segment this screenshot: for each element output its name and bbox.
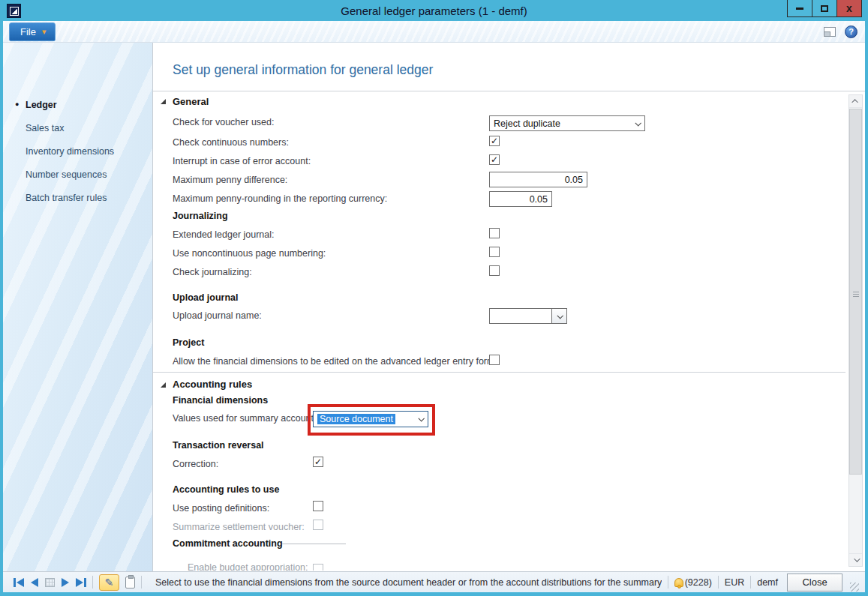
separator xyxy=(141,576,142,589)
sidebar-item-label: Inventory dimensions xyxy=(26,146,114,157)
notification-bell-icon[interactable] xyxy=(674,578,683,587)
file-menu-label: File xyxy=(20,26,36,37)
sidebar-item-label: Number sequences xyxy=(26,169,107,180)
chevron-up-icon xyxy=(851,99,857,105)
maximize-icon xyxy=(821,5,828,12)
chevron-down-icon xyxy=(854,556,860,562)
sidebar-item-label: Sales tax xyxy=(26,123,64,133)
chevron-down-icon xyxy=(631,116,644,130)
maximize-button[interactable] xyxy=(812,0,837,17)
extended-journal-label: Extended ledger journal: xyxy=(173,229,275,240)
posting-definitions-checkbox[interactable] xyxy=(313,501,323,511)
allow-dimensions-label: Allow the financial dimensions to be edi… xyxy=(173,356,497,367)
clipboard-icon[interactable] xyxy=(125,577,135,589)
resize-grip[interactable] xyxy=(850,583,859,592)
summarize-settlement-label: Summarize settlement voucher: xyxy=(173,522,305,532)
file-menu-button[interactable]: File ▾ xyxy=(9,22,56,41)
minimize-button[interactable] xyxy=(787,0,812,17)
sidebar-item-inventory-dimensions[interactable]: Inventory dimensions xyxy=(26,146,114,157)
sidebar-item-number-sequences[interactable]: Number sequences xyxy=(26,169,107,180)
scrollbar-thumb[interactable] xyxy=(849,109,862,475)
close-button[interactable]: Close xyxy=(787,574,842,592)
penny-difference-input[interactable] xyxy=(489,172,587,187)
accounting-rules-to-use-header: Accounting rules to use xyxy=(173,484,279,495)
check-icon: ✓ xyxy=(491,136,498,145)
layout-pane-icon[interactable] xyxy=(824,27,836,37)
active-bullet-icon: ● xyxy=(15,100,19,108)
minimize-icon xyxy=(796,7,803,10)
alert-count[interactable]: (9228) xyxy=(685,577,712,588)
sidebar-item-batch-transfer-rules[interactable]: Batch transfer rules xyxy=(26,193,107,203)
section-divider xyxy=(153,372,845,373)
app-window: General ledger parameters (1 - demf) x F… xyxy=(0,0,868,596)
company-indicator[interactable]: demf xyxy=(757,577,778,588)
scroll-up-button[interactable] xyxy=(849,95,862,108)
budget-appropriation-checkbox xyxy=(313,564,323,571)
summary-account-value: Source document xyxy=(317,414,395,424)
separator xyxy=(668,576,668,589)
vertical-scrollbar[interactable] xyxy=(848,94,863,567)
sidebar-item-label: Ledger xyxy=(26,100,57,110)
continuous-numbers-label: Check continuous numbers: xyxy=(173,137,289,148)
scroll-down-button[interactable] xyxy=(849,553,862,566)
penny-difference-label: Maximum penny difference: xyxy=(173,175,287,185)
noncontinuous-paging-checkbox[interactable] xyxy=(489,247,500,257)
accounting-rules-expander-icon[interactable] xyxy=(161,382,166,388)
pencil-icon: ✎ xyxy=(105,577,114,589)
toolbar: File ▾ ? xyxy=(3,21,865,43)
grid-view-icon[interactable] xyxy=(45,578,55,587)
group-line xyxy=(282,544,346,544)
separator xyxy=(92,576,93,589)
chevron-down-icon xyxy=(414,412,428,427)
summarize-settlement-checkbox xyxy=(313,520,323,530)
separator xyxy=(718,576,719,589)
content-panel: Set up general information for general l… xyxy=(153,43,865,571)
scrollbar-grip-icon xyxy=(853,292,859,297)
last-record-button[interactable] xyxy=(76,578,86,587)
chevron-down-icon[interactable] xyxy=(552,308,567,324)
check-journalizing-checkbox[interactable] xyxy=(489,265,500,276)
previous-record-button[interactable] xyxy=(31,578,38,587)
sidebar-item-ledger[interactable]: ● Ledger xyxy=(26,100,57,110)
sidebar: ● Ledger Sales tax Inventory dimensions … xyxy=(3,43,153,571)
first-record-button[interactable] xyxy=(14,578,24,587)
financial-dimensions-header: Financial dimensions xyxy=(173,395,268,406)
summary-account-dropdown[interactable]: Source document xyxy=(313,411,428,427)
interrupt-error-label: Interrupt in case of error account: xyxy=(173,156,311,166)
edit-mode-button[interactable]: ✎ xyxy=(99,574,119,591)
transaction-reversal-header: Transaction reversal xyxy=(173,440,264,451)
continuous-numbers-checkbox[interactable]: ✓ xyxy=(489,136,500,146)
voucher-used-label: Check for voucher used: xyxy=(173,117,275,127)
close-window-button[interactable]: x xyxy=(836,0,862,17)
correction-checkbox[interactable]: ✓ xyxy=(313,457,323,467)
check-icon: ✓ xyxy=(314,457,322,466)
chevron-down-icon: ▾ xyxy=(42,27,47,37)
currency-indicator[interactable]: EUR xyxy=(725,577,744,588)
section-header-general: General xyxy=(173,96,209,107)
voucher-used-value: Reject duplicate xyxy=(490,118,631,129)
voucher-used-dropdown[interactable]: Reject duplicate xyxy=(489,115,645,131)
interrupt-error-checkbox[interactable]: ✓ xyxy=(489,154,500,165)
status-message: Select to use the financial dimensions f… xyxy=(155,577,662,588)
allow-dimensions-checkbox[interactable] xyxy=(489,355,500,365)
upload-journal-name-input[interactable] xyxy=(489,308,552,324)
project-header: Project xyxy=(173,337,204,348)
section-header-accounting-rules: Accounting rules xyxy=(173,379,252,390)
help-icon[interactable]: ? xyxy=(845,25,857,38)
penny-rounding-input[interactable] xyxy=(489,191,552,207)
status-bar: ✎ Select to use the financial dimensions… xyxy=(3,571,865,592)
check-icon: ✓ xyxy=(491,155,498,164)
separator xyxy=(750,576,751,589)
upload-journal-name-combo[interactable] xyxy=(489,308,567,324)
budget-appropriation-label: Enable budget appropriation: xyxy=(188,562,308,571)
sidebar-item-sales-tax[interactable]: Sales tax xyxy=(26,123,64,133)
noncontinuous-paging-label: Use noncontinuous page numbering: xyxy=(173,248,326,259)
next-record-button[interactable] xyxy=(62,578,69,587)
general-expander-icon[interactable] xyxy=(161,99,166,104)
correction-label: Correction: xyxy=(173,459,218,469)
commitment-accounting-header: Commitment accounting xyxy=(173,538,283,549)
journalizing-header: Journalizing xyxy=(173,211,228,221)
form-scroll-area: General Check for voucher used: Reject d… xyxy=(153,91,865,571)
window-title: General ledger parameters (1 - demf) xyxy=(0,4,868,17)
extended-journal-checkbox[interactable] xyxy=(489,228,500,238)
